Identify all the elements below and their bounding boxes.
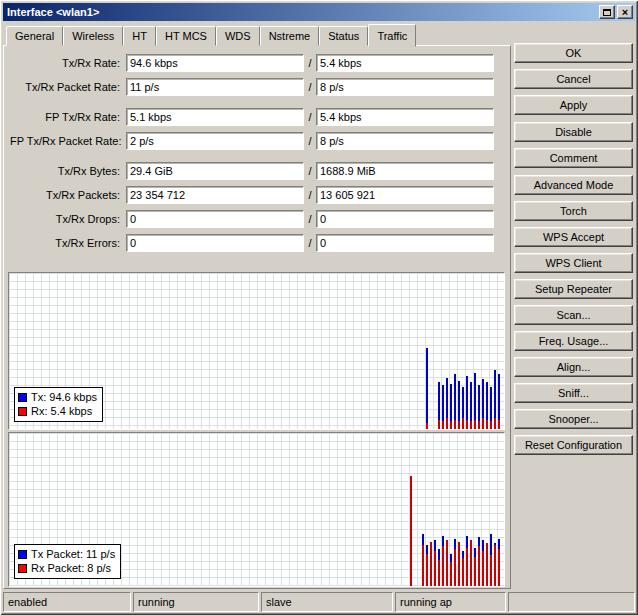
- field-tx-rx-errors-tx-value[interactable]: 0: [126, 234, 304, 252]
- field-tx-rx-drops-tx-value[interactable]: 0: [126, 210, 304, 228]
- field-label-tx-rx-bytes: Tx/Rx Bytes:: [10, 165, 126, 177]
- button-column: OKCancelApplyDisableCommentAdvanced Mode…: [514, 43, 633, 461]
- snooper-button[interactable]: Snooper...: [514, 409, 633, 429]
- tab-wireless[interactable]: Wireless: [63, 26, 123, 46]
- legend-entry: Rx: 5.4 kbps: [18, 404, 97, 418]
- legend-label: Tx Packet: 11 p/s: [31, 548, 115, 560]
- close-button[interactable]: ×: [617, 5, 633, 19]
- wps-accept-button[interactable]: WPS Accept: [514, 227, 633, 247]
- scan-button[interactable]: Scan...: [514, 305, 633, 325]
- packet-rate-chart-legend: Tx Packet: 11 p/sRx Packet: 8 p/s: [14, 544, 121, 579]
- field-separator: /: [304, 57, 316, 69]
- field-tx-rx-packet-rate-tx-value[interactable]: 11 p/s: [126, 78, 304, 96]
- field-label-fp-tx-rx-packet-rate: FP Tx/Rx Packet Rate:: [10, 135, 126, 147]
- field-tx-rx-packet-rate-rx-value[interactable]: 8 p/s: [316, 78, 494, 96]
- field-tx-rx-packets-tx-value[interactable]: 23 354 712: [126, 186, 304, 204]
- field-tx-rx-bytes-rx-value[interactable]: 1688.9 MiB: [316, 162, 494, 180]
- legend-swatch: [18, 407, 27, 416]
- comment-button[interactable]: Comment: [514, 148, 633, 168]
- field-label-tx-rx-packet-rate: Tx/Rx Packet Rate:: [10, 81, 126, 93]
- title-bar[interactable]: Interface <wlan1> ×: [3, 3, 635, 21]
- field-separator: /: [304, 213, 316, 225]
- field-label-fp-tx-rx-rate: FP Tx/Rx Rate:: [10, 111, 126, 123]
- field-row-fp-tx-rx-packet-rate: FP Tx/Rx Packet Rate:2 p/s/8 p/s: [10, 132, 504, 150]
- disable-button[interactable]: Disable: [514, 122, 633, 142]
- tab-general[interactable]: General: [6, 26, 63, 46]
- tab-wds[interactable]: WDS: [216, 26, 260, 46]
- window-title: Interface <wlan1>: [7, 6, 597, 18]
- freq-usage-button[interactable]: Freq. Usage...: [514, 331, 633, 351]
- field-label-tx-rx-rate: Tx/Rx Rate:: [10, 57, 126, 69]
- reset-configuration-button[interactable]: Reset Configuration: [514, 435, 633, 455]
- field-separator: /: [304, 111, 316, 123]
- field-separator: /: [304, 237, 316, 249]
- status-bar: enabledrunningslaverunning ap: [3, 592, 635, 612]
- align-button[interactable]: Align...: [514, 357, 633, 377]
- legend-label: Tx: 94.6 kbps: [31, 391, 97, 403]
- field-label-tx-rx-errors: Tx/Rx Errors:: [10, 237, 126, 249]
- apply-button[interactable]: Apply: [514, 95, 633, 115]
- status-segment-1: enabled: [3, 592, 131, 612]
- field-tx-rx-drops-rx-value[interactable]: 0: [316, 210, 494, 228]
- field-separator: /: [304, 135, 316, 147]
- tab-traffic[interactable]: Traffic: [368, 24, 416, 47]
- legend-label: Rx Packet: 8 p/s: [31, 562, 111, 574]
- field-fp-tx-rx-rate-tx-value[interactable]: 5.1 kbps: [126, 108, 304, 126]
- fields: Tx/Rx Rate:94.6 kbps/5.4 kbpsTx/Rx Packe…: [10, 54, 504, 258]
- legend-swatch: [18, 393, 27, 402]
- tab-ht[interactable]: HT: [123, 26, 156, 46]
- cancel-button[interactable]: Cancel: [514, 69, 633, 89]
- field-label-tx-rx-drops: Tx/Rx Drops:: [10, 213, 126, 225]
- field-row-fp-tx-rx-rate: FP Tx/Rx Rate:5.1 kbps/5.4 kbps: [10, 108, 504, 126]
- tab-nstreme[interactable]: Nstreme: [260, 26, 320, 46]
- traffic-rate-chart-legend: Tx: 94.6 kbpsRx: 5.4 kbps: [14, 387, 103, 422]
- close-icon: ×: [622, 7, 628, 17]
- field-row-tx-rx-errors: Tx/Rx Errors:0/0: [10, 234, 504, 252]
- interface-window: Interface <wlan1> × GeneralWirelessHTHT …: [0, 0, 638, 615]
- field-row-tx-rx-bytes: Tx/Rx Bytes:29.4 GiB/1688.9 MiB: [10, 162, 504, 180]
- field-tx-rx-rate-rx-value[interactable]: 5.4 kbps: [316, 54, 494, 72]
- traffic-rate-chart: Tx: 94.6 kbpsRx: 5.4 kbps: [8, 272, 505, 430]
- status-segment-2: running: [133, 592, 259, 612]
- torch-button[interactable]: Torch: [514, 201, 633, 221]
- ok-button[interactable]: OK: [514, 43, 633, 63]
- field-row-tx-rx-packets: Tx/Rx Packets:23 354 712/13 605 921: [10, 186, 504, 204]
- field-separator: /: [304, 189, 316, 201]
- field-separator: /: [304, 81, 316, 93]
- field-fp-tx-rx-packet-rate-tx-value[interactable]: 2 p/s: [126, 132, 304, 150]
- tab-ht-mcs[interactable]: HT MCS: [156, 26, 216, 46]
- status-segment-4: running ap: [395, 592, 506, 612]
- field-fp-tx-rx-packet-rate-rx-value[interactable]: 8 p/s: [316, 132, 494, 150]
- wps-client-button[interactable]: WPS Client: [514, 253, 633, 273]
- packet-rate-chart: Tx Packet: 11 p/sRx Packet: 8 p/s: [8, 432, 505, 587]
- field-fp-tx-rx-rate-rx-value[interactable]: 5.4 kbps: [316, 108, 494, 126]
- legend-entry: Tx: 94.6 kbps: [18, 390, 97, 404]
- legend-swatch: [18, 550, 27, 559]
- legend-entry: Tx Packet: 11 p/s: [18, 547, 115, 561]
- field-tx-rx-packets-rx-value[interactable]: 13 605 921: [316, 186, 494, 204]
- field-label-tx-rx-packets: Tx/Rx Packets:: [10, 189, 126, 201]
- field-row-tx-rx-packet-rate: Tx/Rx Packet Rate:11 p/s/8 p/s: [10, 78, 504, 96]
- charts: Tx: 94.6 kbpsRx: 5.4 kbpsTx Packet: 11 p…: [8, 272, 505, 589]
- advanced-mode-button[interactable]: Advanced Mode: [514, 175, 633, 195]
- maximize-icon: [603, 9, 611, 16]
- field-tx-rx-errors-rx-value[interactable]: 0: [316, 234, 494, 252]
- field-row-tx-rx-rate: Tx/Rx Rate:94.6 kbps/5.4 kbps: [10, 54, 504, 72]
- field-row-tx-rx-drops: Tx/Rx Drops:0/0: [10, 210, 504, 228]
- setup-repeater-button[interactable]: Setup Repeater: [514, 279, 633, 299]
- status-segment-5: [508, 592, 635, 612]
- field-separator: /: [304, 165, 316, 177]
- maximize-button[interactable]: [599, 5, 615, 19]
- tab-status[interactable]: Status: [319, 26, 368, 46]
- legend-entry: Rx Packet: 8 p/s: [18, 561, 115, 575]
- field-tx-rx-rate-tx-value[interactable]: 94.6 kbps: [126, 54, 304, 72]
- legend-label: Rx: 5.4 kbps: [31, 405, 92, 417]
- tab-bar: GeneralWirelessHTHT MCSWDSNstremeStatusT…: [6, 24, 416, 46]
- field-tx-rx-bytes-tx-value[interactable]: 29.4 GiB: [126, 162, 304, 180]
- status-segment-3: slave: [261, 592, 393, 612]
- legend-swatch: [18, 564, 27, 573]
- sniff-button[interactable]: Sniff...: [514, 383, 633, 403]
